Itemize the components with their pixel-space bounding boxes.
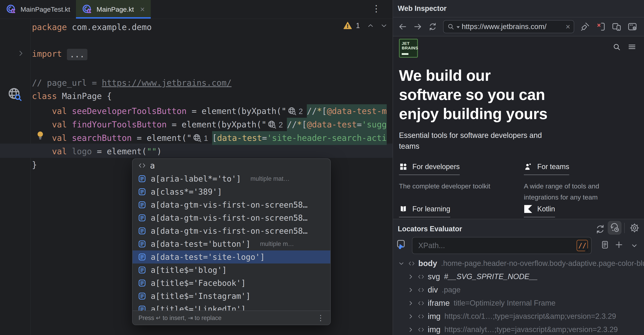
completion-item[interactable]: a[class*='389']: [132, 185, 330, 198]
completion-item[interactable]: a[title$='Instagram']: [132, 289, 330, 303]
code-token: package: [32, 22, 67, 32]
site-subtitle: Essential tools for software developers …: [399, 130, 542, 152]
web-page-view: JET BRAINS We build our software so you …: [393, 37, 644, 219]
completion-item-text: a[data-test='site-logo']: [151, 252, 265, 261]
code-token: ): [157, 147, 162, 156]
code-token: [: [322, 104, 327, 118]
completion-item[interactable]: a[title$='Facebook']: [132, 276, 330, 289]
clear-cookies-button[interactable]: [580, 22, 590, 32]
dom-node-detail: https://analyt…;type=javascript&amp;vers…: [444, 325, 618, 334]
refresh-locators-button[interactable]: [595, 224, 605, 234]
chevron-right-icon[interactable]: [407, 326, 414, 333]
dom-node-detail: #__SVG_SPRITE_NODE__: [444, 272, 538, 281]
site-search-icon[interactable]: [612, 43, 621, 51]
code-tag-icon: [418, 273, 424, 280]
refresh-clock-icon: [610, 223, 620, 233]
code-line[interactable]: class MainPage {: [32, 89, 112, 103]
web-locator-inlay-icon[interactable]: [268, 120, 276, 129]
code-line[interactable]: val findYourToolsButton = element(byXpat…: [32, 118, 387, 132]
forward-button[interactable]: [413, 22, 422, 31]
code-token: =: [262, 131, 267, 145]
code-token: = element(byXpath(": [167, 120, 266, 129]
clear-url-icon[interactable]: ×: [566, 23, 570, 31]
close-session-button[interactable]: [596, 22, 606, 32]
locator-item-icon: [138, 187, 146, 196]
device-toolbar-button[interactable]: [612, 22, 622, 32]
dom-tree-row[interactable]: imghttps://analyt…;type=javascript&amp;v…: [393, 323, 644, 335]
dom-tree-row[interactable]: svg#__SVG_SPRITE_NODE__: [393, 270, 644, 283]
grid-icon: [399, 162, 408, 171]
site-links: For developersThe complete developer too…: [399, 162, 638, 217]
code-line[interactable]: val logo = element(""): [32, 145, 162, 158]
code-line[interactable]: val searchButton = element("1 [data-test…: [32, 131, 387, 145]
url-input[interactable]: https://www.jetbrains.com/ ×: [443, 20, 574, 33]
site-link[interactable]: For teams: [524, 162, 569, 175]
dom-tree-row[interactable]: iframetitle=Optimizely Internal Frame: [393, 296, 644, 310]
completion-item[interactable]: a[title$='blog']: [132, 263, 330, 276]
completion-item[interactable]: a[data-test='site-logo']: [132, 250, 330, 263]
dom-node-detail: title=Optimizely Internal Frame: [454, 299, 556, 307]
dom-tag-name: img: [428, 325, 440, 334]
dom-node-detail: https://t.co/1…;type=javascript&amp;vers…: [444, 312, 616, 320]
auto-refresh-toggle[interactable]: [608, 221, 622, 235]
copy-locators-button[interactable]: [600, 240, 610, 250]
completion-item-text: a[title$='Instagram']: [151, 291, 250, 301]
browser-settings-button[interactable]: [628, 22, 637, 32]
code-tag-icon: [418, 300, 424, 307]
code-line[interactable]: val seeDeveloperToolsButton = element(by…: [32, 104, 387, 118]
code-token: seeDeveloperToolsButton: [72, 106, 187, 116]
site-link[interactable]: For learning: [399, 205, 450, 217]
chevron-down-icon[interactable]: [630, 241, 639, 250]
xpath-input[interactable]: XPath... //: [412, 237, 592, 254]
site-link-label: Kotlin: [537, 205, 555, 213]
jetbrains-logo-underscore: [402, 53, 408, 55]
completion-item[interactable]: a[data-gtm-vis-first-on-screen58…: [132, 198, 330, 211]
panel-title: Web Inspector: [398, 4, 446, 13]
chevron-right-icon[interactable]: [407, 300, 414, 307]
completion-item[interactable]: a[aria-label*='to']multiple mat…: [132, 172, 330, 185]
dom-tag-name: svg: [428, 272, 440, 281]
site-link[interactable]: Kotlin: [524, 205, 555, 217]
completion-item[interactable]: a[data-gtm-vis-first-on-screen58…: [132, 224, 330, 237]
dom-tree-row[interactable]: div.page: [393, 283, 644, 296]
dom-tree-row[interactable]: imghttps://t.co/1…;type=javascript&amp;v…: [393, 310, 644, 323]
code-token: =: [357, 118, 362, 132]
code-line[interactable]: }: [32, 158, 37, 172]
element-picker-button[interactable]: [396, 239, 407, 250]
locator-type-badge[interactable]: //: [576, 240, 588, 251]
code-line[interactable]: import ...: [32, 47, 88, 61]
completion-item-hint: multiple mat…: [250, 175, 290, 182]
dom-tree-row[interactable]: body.home-page.header-no-overflow.body-a…: [393, 257, 644, 270]
jetbrains-logo[interactable]: JET BRAINS: [399, 39, 418, 58]
completion-item[interactable]: a[data-test='button']multiple m…: [132, 237, 330, 250]
web-locator-inlay-icon[interactable]: [288, 107, 297, 116]
locator-item-icon: [138, 253, 146, 261]
completion-item[interactable]: a[data-gtm-vis-first-on-screen58…: [132, 211, 330, 224]
gear-icon[interactable]: [630, 223, 640, 233]
chevron-down-icon[interactable]: [398, 260, 405, 267]
chevron-right-icon[interactable]: [407, 273, 414, 280]
site-link-card: Kotlin: [524, 205, 638, 217]
site-heading: We build our software so you can enjoy b…: [399, 66, 548, 123]
chevron-right-icon[interactable]: [407, 286, 414, 293]
site-link-card: For developersThe complete developer too…: [399, 162, 524, 205]
hamburger-menu-icon[interactable]: [628, 42, 636, 51]
code-line[interactable]: // page_url = https://www.jetbrains.com/: [32, 76, 232, 90]
code-token: class: [32, 91, 57, 101]
code-token: data-test: [217, 131, 262, 145]
reload-button[interactable]: [428, 22, 437, 31]
search-icon: [447, 23, 454, 31]
code-tag-icon: [138, 162, 146, 169]
chevron-down-icon: [456, 26, 460, 28]
completion-item-text: a[data-gtm-vis-first-on-screen58…: [151, 226, 308, 235]
code-token: @data-test: [307, 118, 357, 132]
site-link[interactable]: For developers: [399, 162, 460, 175]
back-button[interactable]: [398, 22, 407, 31]
kebab-menu-icon[interactable]: ⋮: [317, 313, 324, 322]
chevron-right-icon[interactable]: [407, 313, 414, 320]
web-locator-inlay-icon[interactable]: [193, 134, 202, 143]
add-locator-button[interactable]: [614, 240, 624, 250]
code-token: com.example.demo: [67, 22, 152, 32]
completion-popup: a a[aria-label*='to']multiple mat…a[clas…: [132, 158, 331, 325]
code-line[interactable]: package com.example.demo: [32, 20, 152, 34]
